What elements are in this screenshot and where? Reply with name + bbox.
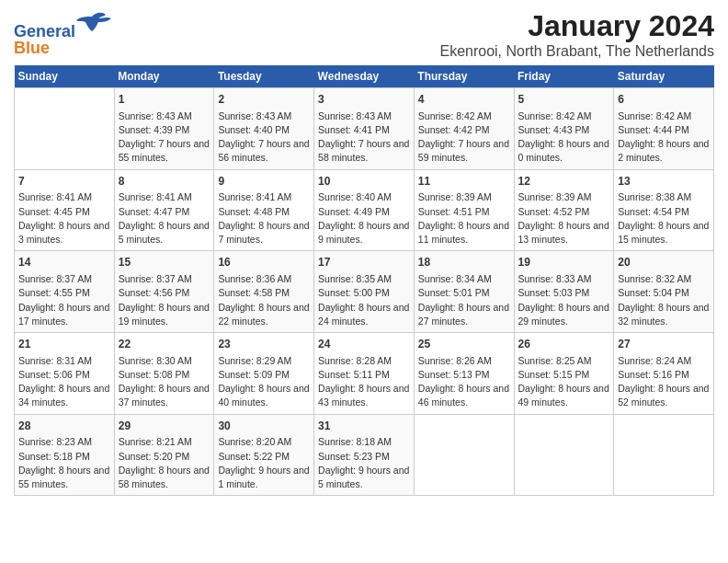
day-info: Sunrise: 8:39 AM Sunset: 4:51 PM Dayligh… xyxy=(418,190,510,247)
day-info: Sunrise: 8:32 AM Sunset: 5:04 PM Dayligh… xyxy=(618,272,710,328)
day-info: Sunrise: 8:29 AM Sunset: 5:09 PM Dayligh… xyxy=(218,354,310,410)
day-info: Sunrise: 8:39 AM Sunset: 4:52 PM Dayligh… xyxy=(518,190,610,247)
day-info: Sunrise: 8:40 AM Sunset: 4:49 PM Dayligh… xyxy=(318,190,410,247)
day-info: Sunrise: 8:41 AM Sunset: 4:45 PM Dayligh… xyxy=(18,190,110,247)
day-info: Sunrise: 8:43 AM Sunset: 4:41 PM Dayligh… xyxy=(318,109,410,166)
day-info: Sunrise: 8:37 AM Sunset: 4:56 PM Dayligh… xyxy=(119,272,210,328)
day-info: Sunrise: 8:28 AM Sunset: 5:11 PM Dayligh… xyxy=(318,354,410,410)
day-number: 25 xyxy=(418,337,510,352)
day-cell: 10Sunrise: 8:40 AM Sunset: 4:49 PM Dayli… xyxy=(314,169,415,251)
column-header-saturday: Saturday xyxy=(614,65,714,88)
week-row-5: 28Sunrise: 8:23 AM Sunset: 5:18 PM Dayli… xyxy=(15,414,714,496)
day-cell xyxy=(614,414,714,496)
day-info: Sunrise: 8:18 AM Sunset: 5:23 PM Dayligh… xyxy=(318,435,410,491)
day-number: 15 xyxy=(119,255,210,270)
logo-text: General Blue xyxy=(14,9,124,59)
svg-text:General: General xyxy=(14,22,75,40)
day-info: Sunrise: 8:30 AM Sunset: 5:08 PM Dayligh… xyxy=(119,354,210,410)
day-cell: 26Sunrise: 8:25 AM Sunset: 5:15 PM Dayli… xyxy=(514,333,614,415)
day-cell: 23Sunrise: 8:29 AM Sunset: 5:09 PM Dayli… xyxy=(214,333,314,415)
day-cell: 30Sunrise: 8:20 AM Sunset: 5:22 PM Dayli… xyxy=(214,414,314,496)
column-header-sunday: Sunday xyxy=(15,65,115,88)
day-cell: 13Sunrise: 8:38 AM Sunset: 4:54 PM Dayli… xyxy=(614,169,714,251)
day-cell: 7Sunrise: 8:41 AM Sunset: 4:45 PM Daylig… xyxy=(15,169,115,251)
day-cell: 9Sunrise: 8:41 AM Sunset: 4:48 PM Daylig… xyxy=(214,169,314,251)
day-info: Sunrise: 8:35 AM Sunset: 5:00 PM Dayligh… xyxy=(318,272,410,328)
day-info: Sunrise: 8:21 AM Sunset: 5:20 PM Dayligh… xyxy=(119,435,210,491)
day-info: Sunrise: 8:41 AM Sunset: 4:48 PM Dayligh… xyxy=(218,190,310,247)
day-info: Sunrise: 8:43 AM Sunset: 4:39 PM Dayligh… xyxy=(119,109,210,166)
day-info: Sunrise: 8:26 AM Sunset: 5:13 PM Dayligh… xyxy=(418,354,510,410)
day-info: Sunrise: 8:23 AM Sunset: 5:18 PM Dayligh… xyxy=(18,435,110,491)
day-number: 9 xyxy=(218,174,310,190)
day-info: Sunrise: 8:25 AM Sunset: 5:15 PM Dayligh… xyxy=(518,354,610,410)
day-cell: 8Sunrise: 8:41 AM Sunset: 4:47 PM Daylig… xyxy=(114,169,214,251)
day-number: 5 xyxy=(518,92,610,108)
day-number: 16 xyxy=(218,255,310,270)
day-number: 22 xyxy=(119,337,210,352)
day-cell: 29Sunrise: 8:21 AM Sunset: 5:20 PM Dayli… xyxy=(114,414,214,496)
day-cell: 31Sunrise: 8:18 AM Sunset: 5:23 PM Dayli… xyxy=(314,414,415,496)
page-title: January 2024 xyxy=(439,9,714,43)
day-cell: 1Sunrise: 8:43 AM Sunset: 4:39 PM Daylig… xyxy=(114,88,214,170)
svg-text:Blue: Blue xyxy=(14,39,50,55)
calendar-table: SundayMondayTuesdayWednesdayThursdayFrid… xyxy=(14,65,714,496)
column-header-tuesday: Tuesday xyxy=(214,65,314,88)
column-header-monday: Monday xyxy=(114,65,214,88)
calendar-header-row: SundayMondayTuesdayWednesdayThursdayFrid… xyxy=(15,65,714,88)
day-number: 11 xyxy=(418,174,510,190)
day-info: Sunrise: 8:20 AM Sunset: 5:22 PM Dayligh… xyxy=(218,435,310,491)
day-cell: 3Sunrise: 8:43 AM Sunset: 4:41 PM Daylig… xyxy=(314,88,415,170)
day-number: 20 xyxy=(618,255,710,270)
day-number: 8 xyxy=(119,174,210,190)
day-cell: 19Sunrise: 8:33 AM Sunset: 5:03 PM Dayli… xyxy=(514,251,614,333)
day-cell: 5Sunrise: 8:42 AM Sunset: 4:43 PM Daylig… xyxy=(514,88,614,170)
day-info: Sunrise: 8:42 AM Sunset: 4:42 PM Dayligh… xyxy=(418,109,510,166)
week-row-4: 21Sunrise: 8:31 AM Sunset: 5:06 PM Dayli… xyxy=(15,333,714,415)
day-info: Sunrise: 8:42 AM Sunset: 4:44 PM Dayligh… xyxy=(618,109,710,166)
day-number: 14 xyxy=(18,255,110,270)
week-row-1: 1Sunrise: 8:43 AM Sunset: 4:39 PM Daylig… xyxy=(15,88,714,170)
day-number: 29 xyxy=(119,419,210,434)
day-number: 13 xyxy=(618,174,710,190)
page-header: General Blue January 2024 Ekenrooi, Nort… xyxy=(14,9,714,60)
day-cell: 27Sunrise: 8:24 AM Sunset: 5:16 PM Dayli… xyxy=(614,333,714,415)
day-number: 31 xyxy=(318,419,410,434)
day-cell: 4Sunrise: 8:42 AM Sunset: 4:42 PM Daylig… xyxy=(414,88,514,170)
day-cell: 15Sunrise: 8:37 AM Sunset: 4:56 PM Dayli… xyxy=(114,251,214,333)
day-info: Sunrise: 8:43 AM Sunset: 4:40 PM Dayligh… xyxy=(218,109,310,166)
day-cell: 22Sunrise: 8:30 AM Sunset: 5:08 PM Dayli… xyxy=(114,333,214,415)
day-cell xyxy=(514,414,614,496)
day-cell: 14Sunrise: 8:37 AM Sunset: 4:55 PM Dayli… xyxy=(15,251,115,333)
day-number: 28 xyxy=(18,419,110,434)
day-number: 21 xyxy=(18,337,110,352)
day-number: 17 xyxy=(318,255,410,270)
day-cell: 25Sunrise: 8:26 AM Sunset: 5:13 PM Dayli… xyxy=(414,333,514,415)
day-info: Sunrise: 8:31 AM Sunset: 5:06 PM Dayligh… xyxy=(18,354,110,410)
day-number: 6 xyxy=(618,92,710,108)
week-row-3: 14Sunrise: 8:37 AM Sunset: 4:55 PM Dayli… xyxy=(15,251,714,333)
title-block: January 2024 Ekenrooi, North Brabant, Th… xyxy=(439,9,714,60)
day-cell: 28Sunrise: 8:23 AM Sunset: 5:18 PM Dayli… xyxy=(15,414,115,496)
column-header-thursday: Thursday xyxy=(414,65,514,88)
day-number: 24 xyxy=(318,337,410,352)
day-info: Sunrise: 8:34 AM Sunset: 5:01 PM Dayligh… xyxy=(418,272,510,328)
day-info: Sunrise: 8:38 AM Sunset: 4:54 PM Dayligh… xyxy=(618,190,710,247)
day-number: 10 xyxy=(318,174,410,190)
day-number: 27 xyxy=(618,337,710,352)
day-number: 2 xyxy=(218,92,310,108)
logo: General Blue xyxy=(14,9,124,59)
day-number: 23 xyxy=(218,337,310,352)
day-number: 26 xyxy=(518,337,610,352)
day-number: 3 xyxy=(318,92,410,108)
column-header-wednesday: Wednesday xyxy=(314,65,415,88)
day-cell: 21Sunrise: 8:31 AM Sunset: 5:06 PM Dayli… xyxy=(15,333,115,415)
page-subtitle: Ekenrooi, North Brabant, The Netherlands xyxy=(439,43,714,60)
day-cell xyxy=(15,88,115,170)
day-cell: 12Sunrise: 8:39 AM Sunset: 4:52 PM Dayli… xyxy=(514,169,614,251)
day-number: 19 xyxy=(518,255,610,270)
day-cell: 2Sunrise: 8:43 AM Sunset: 4:40 PM Daylig… xyxy=(214,88,314,170)
day-cell: 16Sunrise: 8:36 AM Sunset: 4:58 PM Dayli… xyxy=(214,251,314,333)
day-cell: 24Sunrise: 8:28 AM Sunset: 5:11 PM Dayli… xyxy=(314,333,415,415)
day-cell: 18Sunrise: 8:34 AM Sunset: 5:01 PM Dayli… xyxy=(414,251,514,333)
